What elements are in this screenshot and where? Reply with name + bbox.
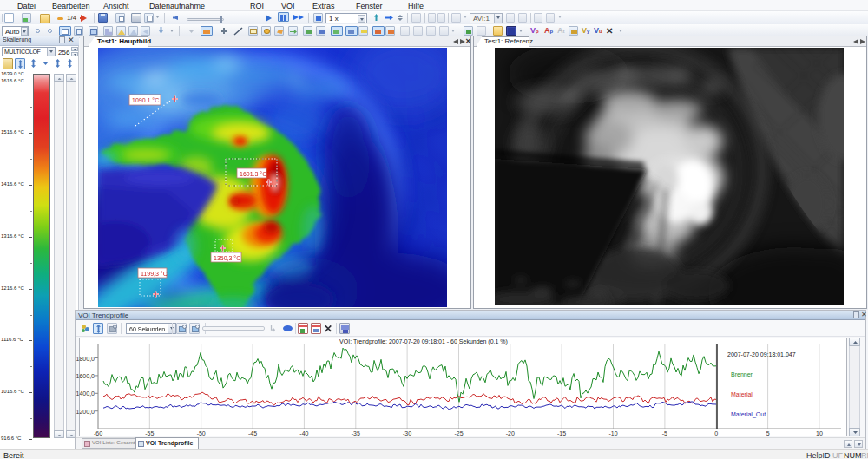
svg-text:1199,3 °C: 1199,3 °C	[141, 271, 168, 277]
svg-text:1601.3 °C: 1601.3 °C	[240, 171, 266, 177]
svg-text:5: 5	[766, 430, 770, 436]
svg-text:-45: -45	[248, 430, 257, 436]
svg-text:-15: -15	[557, 430, 566, 436]
svg-text:-25: -25	[454, 430, 463, 436]
svg-text:10: 10	[816, 430, 823, 436]
svg-text:0: 0	[714, 430, 718, 436]
svg-text:1200,0: 1200,0	[76, 409, 95, 415]
svg-text:-35: -35	[352, 430, 360, 436]
svg-text:1600,0: 1600,0	[76, 373, 95, 379]
svg-text:Brenner: Brenner	[731, 371, 753, 377]
svg-text:VOI: Trendprofile: 2007-07-20: VOI: Trendprofile: 2007-07-20 09:18:01 -…	[339, 338, 508, 345]
svg-text:-20: -20	[506, 430, 515, 436]
svg-text:1400,0: 1400,0	[76, 390, 95, 397]
svg-text:Material: Material	[731, 391, 753, 397]
svg-text:1090.1 °C: 1090.1 °C	[132, 97, 159, 103]
svg-text:2007-07-20 09:18:01.047: 2007-07-20 09:18:01.047	[727, 351, 796, 357]
svg-text:1800,0: 1800,0	[76, 356, 95, 362]
svg-text:1350,3 °C: 1350,3 °C	[214, 255, 240, 261]
svg-text:-50: -50	[197, 430, 206, 436]
svg-text:-10: -10	[608, 430, 617, 436]
svg-text:-40: -40	[299, 430, 308, 436]
svg-text:-60: -60	[94, 430, 102, 436]
svg-text:-5: -5	[662, 430, 667, 436]
svg-text:-30: -30	[403, 430, 411, 436]
svg-text:Material_Out: Material_Out	[731, 411, 766, 418]
svg-text:-55: -55	[145, 430, 154, 436]
